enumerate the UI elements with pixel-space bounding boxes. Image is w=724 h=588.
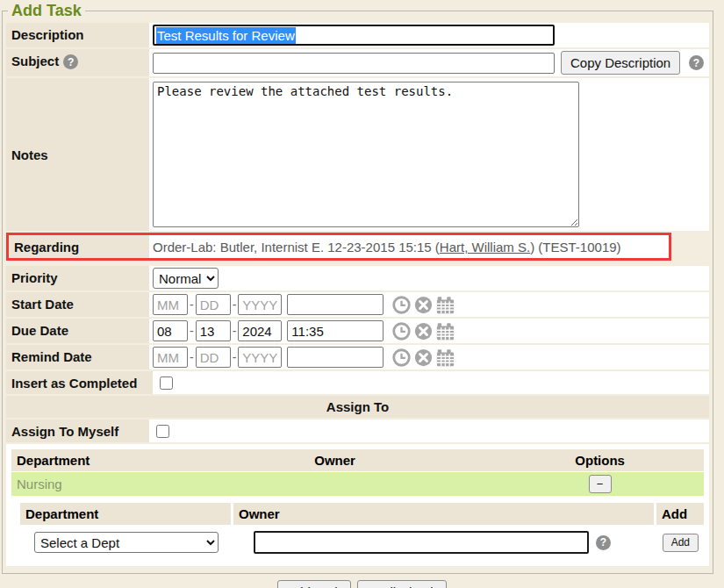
- description-value: Test Results for Review: [156, 27, 296, 44]
- add-header-add: Add: [656, 503, 704, 525]
- form-actions: Add Task Spell Check: [0, 580, 724, 588]
- insert-completed-row: Insert as Completed: [6, 371, 709, 394]
- subject-input[interactable]: [153, 53, 555, 74]
- start-date-icons: [392, 296, 455, 314]
- add-task-button[interactable]: Add Task: [277, 580, 350, 588]
- date-separator: -: [233, 298, 237, 312]
- start-date-time-input[interactable]: [287, 294, 384, 315]
- subject-row: Subject ? Copy Description ?: [6, 49, 709, 76]
- assignment-tables: Department Owner Options Nursing − Depar…: [6, 444, 709, 566]
- remind-date-icons: [392, 348, 455, 367]
- assigned-header-owner: Owner: [309, 449, 496, 471]
- notes-label: Notes: [6, 78, 149, 231]
- clock-icon[interactable]: [392, 348, 411, 367]
- date-separator: -: [233, 324, 237, 338]
- copy-description-button[interactable]: Copy Description: [561, 51, 680, 75]
- due-date-year-input[interactable]: [238, 320, 282, 341]
- remove-assignment-button[interactable]: −: [589, 475, 612, 493]
- description-label: Description: [6, 23, 149, 47]
- due-date-label: Due Date: [6, 319, 149, 343]
- clear-date-icon[interactable]: [414, 348, 433, 367]
- notes-textarea[interactable]: Please review the attached test results.: [153, 82, 579, 227]
- regarding-value: Order-Lab: Butler, Internist E. 12-23-20…: [153, 240, 621, 255]
- assigned-table-header: Department Owner Options: [11, 449, 704, 471]
- date-separator: -: [190, 350, 194, 364]
- insert-completed-label: Insert as Completed: [6, 371, 153, 394]
- remind-date-time-input[interactable]: [287, 347, 384, 368]
- clock-icon[interactable]: [392, 322, 411, 341]
- spell-check-button[interactable]: Spell Check: [357, 580, 447, 588]
- due-date-time-input[interactable]: [287, 320, 384, 341]
- clock-icon[interactable]: [392, 296, 411, 314]
- date-separator: -: [190, 298, 194, 312]
- assigned-header-options: Options: [496, 449, 704, 471]
- copy-description-help-icon[interactable]: ?: [689, 55, 704, 70]
- department-select[interactable]: Select a Dept: [34, 532, 219, 553]
- regarding-row: Regarding Order-Lab: Butler, Internist E…: [6, 233, 671, 261]
- regarding-label: Regarding: [9, 235, 149, 258]
- assigned-table-row: Nursing −: [11, 472, 704, 496]
- priority-label: Priority: [6, 266, 149, 290]
- subject-help-icon[interactable]: ?: [63, 54, 78, 69]
- remind-date-month-input[interactable]: [153, 347, 188, 368]
- add-assignment-button[interactable]: Add: [663, 534, 699, 552]
- assign-to-myself-checkbox[interactable]: [156, 425, 169, 438]
- add-header-owner: Owner: [233, 503, 654, 525]
- description-row: Description Test Results for Review: [6, 23, 709, 47]
- assign-to-section-header: Assign To: [6, 396, 709, 418]
- clear-date-icon[interactable]: [414, 296, 433, 314]
- calendar-icon[interactable]: [436, 322, 455, 341]
- subject-label: Subject: [11, 54, 59, 68]
- calendar-icon[interactable]: [436, 348, 455, 367]
- remind-date-day-input[interactable]: [196, 347, 231, 368]
- calendar-icon[interactable]: [436, 296, 455, 314]
- assign-to-myself-row: Assign To Myself: [6, 419, 709, 442]
- start-date-row: Start Date - -: [6, 292, 709, 317]
- notes-row: Notes Please review the attached test re…: [6, 78, 709, 231]
- remind-date-label: Remind Date: [6, 345, 149, 369]
- add-assignment-table: Department Owner Add Select a Dept ? Add: [20, 503, 704, 557]
- priority-select[interactable]: Normal: [153, 268, 219, 289]
- date-separator: -: [233, 350, 237, 364]
- due-date-row: Due Date - -: [6, 319, 709, 343]
- priority-row: Priority Normal: [6, 266, 709, 290]
- insert-completed-checkbox[interactable]: [160, 376, 173, 390]
- regarding-patient-link[interactable]: Hart, William S.: [440, 240, 530, 255]
- due-date-day-input[interactable]: [196, 320, 231, 341]
- add-table-header: Department Owner Add: [20, 503, 704, 525]
- assigned-departments-table: Department Owner Options Nursing −: [11, 449, 704, 496]
- start-date-year-input[interactable]: [238, 294, 282, 315]
- start-date-day-input[interactable]: [196, 294, 231, 315]
- description-input[interactable]: Test Results for Review: [153, 25, 555, 46]
- add-task-form: Add Task Description Test Results for Re…: [2, 2, 713, 574]
- start-date-label: Start Date: [6, 292, 149, 317]
- due-date-month-input[interactable]: [153, 320, 188, 341]
- clear-date-icon[interactable]: [414, 322, 433, 341]
- add-header-department: Department: [20, 503, 231, 525]
- assign-to-myself-label: Assign To Myself: [6, 419, 149, 442]
- form-title: Add Task: [8, 2, 85, 20]
- start-date-month-input[interactable]: [153, 294, 188, 315]
- remind-date-row: Remind Date - -: [6, 345, 709, 369]
- assigned-owner-value: [309, 482, 496, 487]
- owner-input[interactable]: [254, 531, 589, 554]
- add-table-row: Select a Dept ? Add: [20, 525, 704, 557]
- remind-date-year-input[interactable]: [238, 347, 282, 368]
- regarding-prefix: Order-Lab: Butler, Internist E. 12-23-20…: [153, 240, 440, 255]
- date-separator: -: [190, 324, 194, 338]
- owner-help-icon[interactable]: ?: [596, 535, 611, 550]
- assigned-department-name: Nursing: [11, 474, 309, 494]
- assigned-header-department: Department: [11, 449, 309, 471]
- due-date-icons: [392, 322, 455, 341]
- regarding-suffix: ) (TEST-10019): [530, 240, 620, 255]
